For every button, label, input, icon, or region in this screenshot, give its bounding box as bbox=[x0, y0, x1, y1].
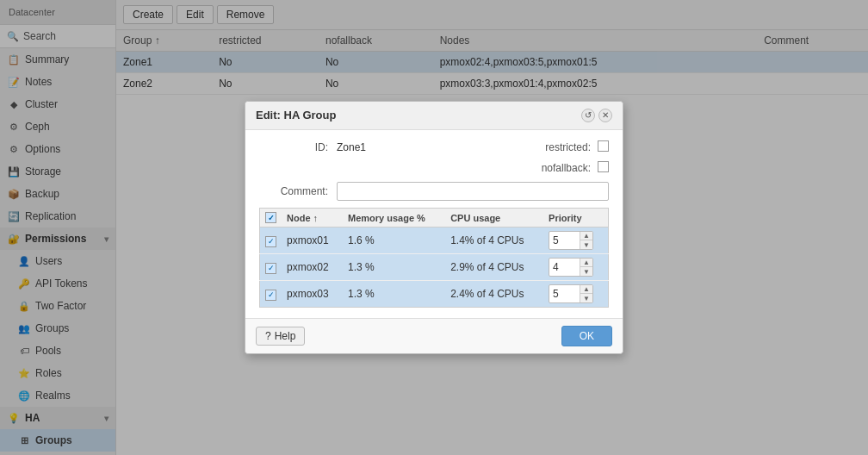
nodes-table: ✓ Node ↑ Memory usage % CPU usage Priori… bbox=[259, 208, 609, 309]
cell-memory: 1.3 % bbox=[343, 281, 445, 308]
help-button[interactable]: ? Help bbox=[256, 327, 305, 346]
row-checkbox-cell: ✓ bbox=[260, 228, 282, 254]
row-checkbox-cell: ✓ bbox=[260, 281, 282, 308]
priority-up-button[interactable]: ▲ bbox=[580, 259, 592, 267]
id-row: ID: Zone1 restricted: bbox=[259, 140, 609, 154]
priority-down-button[interactable]: ▼ bbox=[580, 294, 592, 302]
row-checkbox[interactable]: ✓ bbox=[265, 290, 276, 301]
cell-memory: 1.3 % bbox=[343, 254, 445, 281]
col-cpu: CPU usage bbox=[445, 208, 543, 228]
dialog-header: Edit: HA Group ↺ ✕ bbox=[245, 102, 623, 130]
row-checkbox-cell: ✓ bbox=[260, 254, 282, 281]
help-icon: ? bbox=[265, 330, 271, 342]
comment-row: Comment: bbox=[259, 182, 609, 201]
select-all-checkbox[interactable]: ✓ bbox=[265, 212, 276, 223]
table-row[interactable]: ✓ pxmox01 1.6 % 1.4% of 4 CPUs 5 ▲ ▼ bbox=[260, 228, 609, 254]
priority-up-button[interactable]: ▲ bbox=[580, 232, 592, 240]
table-row[interactable]: ✓ pxmox03 1.3 % 2.4% of 4 CPUs 5 ▲ ▼ bbox=[260, 281, 609, 308]
dialog-title: Edit: HA Group bbox=[256, 109, 581, 122]
priority-value: 5 bbox=[549, 287, 580, 301]
restricted-checkbox[interactable] bbox=[598, 140, 609, 154]
cell-priority: 5 ▲ ▼ bbox=[543, 281, 608, 308]
cell-cpu: 2.4% of 4 CPUs bbox=[445, 281, 543, 308]
dialog-refresh-button[interactable]: ↺ bbox=[581, 109, 595, 122]
comment-label: Comment: bbox=[259, 185, 328, 197]
id-label: ID: bbox=[259, 141, 328, 153]
row-checkbox[interactable]: ✓ bbox=[265, 263, 276, 274]
comment-input[interactable] bbox=[337, 182, 609, 201]
nofallback-row: nofallback: bbox=[259, 161, 609, 175]
priority-up-button[interactable]: ▲ bbox=[580, 285, 592, 294]
id-value: Zone1 bbox=[337, 141, 511, 153]
nofallback-label: nofallback: bbox=[542, 162, 591, 174]
table-row[interactable]: ✓ pxmox02 1.3 % 2.9% of 4 CPUs 4 ▲ ▼ bbox=[260, 254, 609, 281]
dialog-header-buttons: ↺ ✕ bbox=[581, 109, 612, 122]
edit-ha-group-dialog: Edit: HA Group ↺ ✕ ID: Zone1 restricted:… bbox=[245, 101, 623, 355]
priority-down-button[interactable]: ▼ bbox=[580, 267, 592, 276]
col-priority: Priority bbox=[543, 208, 608, 228]
priority-down-button[interactable]: ▼ bbox=[580, 240, 592, 249]
dialog-overlay: Edit: HA Group ↺ ✕ ID: Zone1 restricted:… bbox=[0, 0, 868, 455]
dialog-footer: ? Help OK bbox=[245, 318, 623, 353]
row-checkbox[interactable]: ✓ bbox=[265, 236, 276, 247]
col-select: ✓ bbox=[260, 208, 282, 228]
cell-cpu: 2.9% of 4 CPUs bbox=[445, 254, 543, 281]
col-node[interactable]: Node ↑ bbox=[282, 208, 343, 228]
help-label: Help bbox=[275, 330, 296, 342]
restricted-label: restricted: bbox=[545, 141, 591, 153]
nofallback-checkbox[interactable] bbox=[598, 161, 609, 175]
dialog-body: ID: Zone1 restricted: nofallback: Commen… bbox=[245, 130, 623, 319]
cell-node: pxmox02 bbox=[282, 254, 343, 281]
cell-node: pxmox03 bbox=[282, 281, 343, 308]
cell-priority: 5 ▲ ▼ bbox=[543, 228, 608, 254]
cell-node: pxmox01 bbox=[282, 228, 343, 254]
ok-button[interactable]: OK bbox=[561, 326, 612, 346]
dialog-close-button[interactable]: ✕ bbox=[598, 109, 612, 122]
cell-cpu: 1.4% of 4 CPUs bbox=[445, 228, 543, 254]
priority-value: 5 bbox=[549, 234, 580, 247]
col-memory: Memory usage % bbox=[343, 208, 445, 228]
priority-value: 4 bbox=[549, 260, 580, 274]
cell-priority: 4 ▲ ▼ bbox=[543, 254, 608, 281]
cell-memory: 1.6 % bbox=[343, 228, 445, 254]
